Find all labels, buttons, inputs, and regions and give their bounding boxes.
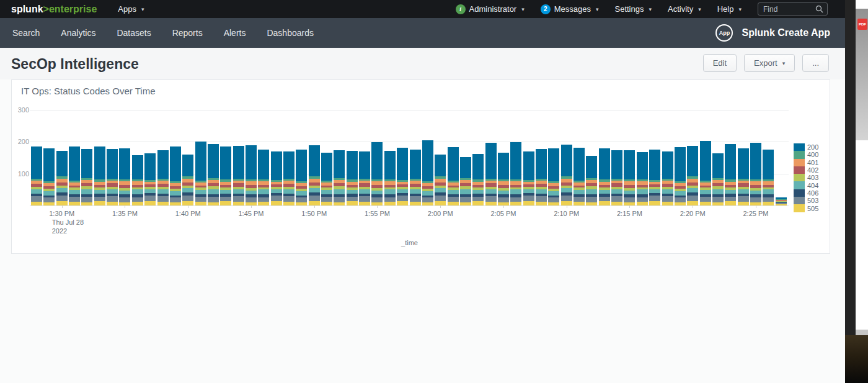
chart-bar-segment[interactable] xyxy=(43,186,55,189)
chart-bar-segment[interactable] xyxy=(208,180,219,184)
chart-bar-segment[interactable] xyxy=(574,190,585,194)
chart-bar-segment[interactable] xyxy=(144,196,156,201)
chart-bar-segment[interactable] xyxy=(561,182,572,186)
chart-bar-segment[interactable] xyxy=(132,197,143,202)
chart-bar-segment[interactable] xyxy=(359,151,370,178)
chart-bar-segment[interactable] xyxy=(548,186,559,189)
chart-bar-segment[interactable] xyxy=(637,194,648,197)
chart-bar-segment[interactable] xyxy=(107,189,118,194)
chart-bar-segment[interactable] xyxy=(69,190,80,194)
chart-bar-segment[interactable] xyxy=(283,151,294,179)
chart-bar-segment[interactable] xyxy=(472,201,484,205)
chart-bar-segment[interactable] xyxy=(208,183,219,186)
chart-bar-segment[interactable] xyxy=(208,194,219,196)
nav-reports[interactable]: Reports xyxy=(172,28,203,38)
messages-menu[interactable]: 2 Messages ▾ xyxy=(541,4,599,14)
chart-bar-segment[interactable] xyxy=(410,194,421,196)
chart-bar-segment[interactable] xyxy=(384,151,396,179)
chart-bar-segment[interactable] xyxy=(132,202,143,205)
chart-bar-segment[interactable] xyxy=(750,181,761,185)
chart-bar-segment[interactable] xyxy=(69,181,80,182)
chart-bar-segment[interactable] xyxy=(738,179,749,181)
chart-bar-segment[interactable] xyxy=(675,186,686,189)
chart-bar-segment[interactable] xyxy=(246,191,257,195)
chart-bar-segment[interactable] xyxy=(384,197,396,202)
chart-bar-segment[interactable] xyxy=(170,191,181,195)
chart-bar-segment[interactable] xyxy=(195,202,206,205)
chart-bar-segment[interactable] xyxy=(347,197,358,201)
chart-bar-segment[interactable] xyxy=(725,197,736,201)
chart-bar-segment[interactable] xyxy=(359,202,370,205)
chart-bar-segment[interactable] xyxy=(309,201,320,205)
chart-bar-segment[interactable] xyxy=(510,197,521,202)
chart-bar-segment[interactable] xyxy=(208,202,219,205)
chart-bar-segment[interactable] xyxy=(233,202,244,205)
chart-bar-segment[interactable] xyxy=(371,191,383,195)
chart-bar-segment[interactable] xyxy=(119,185,130,188)
find-input[interactable] xyxy=(763,5,815,14)
chart-bar-segment[interactable] xyxy=(144,201,156,205)
chart-bar-segment[interactable] xyxy=(448,197,459,202)
chart-bar-segment[interactable] xyxy=(157,184,169,187)
chart-bar-segment[interactable] xyxy=(700,181,711,182)
chart-bar-segment[interactable] xyxy=(94,197,105,201)
chart-bar-segment[interactable] xyxy=(750,185,761,188)
chart-bar-segment[interactable] xyxy=(485,181,497,184)
chart-bar-segment[interactable] xyxy=(599,182,610,185)
chart-bar-segment[interactable] xyxy=(776,204,787,205)
chart-bar-segment[interactable] xyxy=(283,184,294,187)
legend-item[interactable]: 403 xyxy=(794,174,818,181)
chart-bar-segment[interactable] xyxy=(119,188,130,191)
chart-bar-segment[interactable] xyxy=(611,181,622,184)
chart-bar-segment[interactable] xyxy=(662,189,673,194)
chart-bar-segment[interactable] xyxy=(561,192,572,196)
chart-bar-segment[interactable] xyxy=(56,179,68,182)
legend-item[interactable]: 404 xyxy=(794,181,818,189)
chart-bar-segment[interactable] xyxy=(195,197,206,202)
chart-bar-segment[interactable] xyxy=(586,156,597,179)
chart-bar-segment[interactable] xyxy=(662,151,673,178)
chart-bar-segment[interactable] xyxy=(700,190,711,194)
chart-bar-segment[interactable] xyxy=(119,148,130,179)
chart-bar-segment[interactable] xyxy=(510,189,521,194)
chart-bar-segment[interactable] xyxy=(410,202,421,205)
chart-bar-segment[interactable] xyxy=(763,197,774,202)
chart-bar-segment[interactable] xyxy=(220,194,231,197)
chart-bar-segment[interactable] xyxy=(574,197,585,202)
chart-bar-segment[interactable] xyxy=(371,179,383,181)
chart-bar-segment[interactable] xyxy=(472,187,484,190)
chart-bar-segment[interactable] xyxy=(283,189,294,194)
chart-bar-segment[interactable] xyxy=(586,178,597,180)
chart-bar-segment[interactable] xyxy=(649,182,660,184)
chart-bar-segment[interactable] xyxy=(170,189,181,192)
chart-bar-segment[interactable] xyxy=(69,187,80,190)
chart-bar-segment[interactable] xyxy=(296,196,307,198)
chart-bar-segment[interactable] xyxy=(384,185,396,187)
legend-item[interactable]: 401 xyxy=(794,159,818,166)
chart-bar-segment[interactable] xyxy=(776,201,787,202)
apps-menu[interactable]: Apps ▾ xyxy=(118,4,144,14)
chart-bar-segment[interactable] xyxy=(157,202,169,205)
chart-bar-segment[interactable] xyxy=(182,192,193,196)
chart-bar-segment[interactable] xyxy=(776,202,787,203)
chart-bar-segment[interactable] xyxy=(536,179,547,181)
chart-bar-segment[interactable] xyxy=(233,179,244,181)
chart-bar-segment[interactable] xyxy=(296,181,307,183)
chart-bar-segment[interactable] xyxy=(485,189,497,194)
chart-bar-segment[interactable] xyxy=(359,196,370,202)
chart-bar-segment[interactable] xyxy=(334,202,345,205)
chart-bar-segment[interactable] xyxy=(371,197,383,202)
chart-bar-segment[interactable] xyxy=(43,181,55,183)
chart-bar-segment[interactable] xyxy=(662,194,673,196)
chart-bar-segment[interactable] xyxy=(69,197,80,202)
chart-bar-segment[interactable] xyxy=(472,154,484,179)
chart-bar-segment[interactable] xyxy=(296,189,307,192)
chart-bar-segment[interactable] xyxy=(56,186,68,188)
chart-bar-segment[interactable] xyxy=(536,184,547,187)
chart-bar-segment[interactable] xyxy=(144,184,156,187)
chart-bar-segment[interactable] xyxy=(472,194,484,197)
chart-bar-segment[interactable] xyxy=(637,197,648,202)
chart-bar-segment[interactable] xyxy=(485,183,497,186)
chart-bar-segment[interactable] xyxy=(233,183,244,186)
chart-bar-segment[interactable] xyxy=(448,202,459,205)
